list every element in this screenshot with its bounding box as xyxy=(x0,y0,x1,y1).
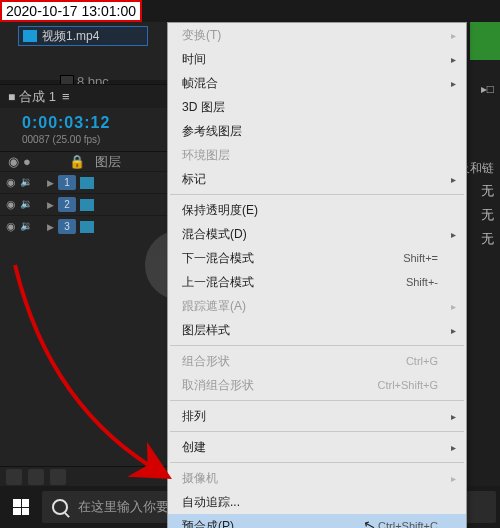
menu-item[interactable]: 帧混合 xyxy=(168,71,466,95)
menu-item: 环境图层 xyxy=(168,143,466,167)
video-file-icon xyxy=(23,30,37,42)
menu-item[interactable]: 参考线图层 xyxy=(168,119,466,143)
menu-separator xyxy=(170,400,464,401)
timeline-footer xyxy=(0,466,167,486)
parent-none[interactable]: 无 xyxy=(481,230,494,248)
start-button[interactable] xyxy=(0,486,42,528)
visibility-icon[interactable]: ◉ xyxy=(4,220,18,234)
menu-separator xyxy=(170,431,464,432)
search-icon xyxy=(52,499,68,515)
shortcut-label: Ctrl+Shift+G xyxy=(377,379,438,391)
menu-separator xyxy=(170,194,464,195)
menu-item[interactable]: 3D 图层 xyxy=(168,95,466,119)
layer-index: 2 xyxy=(58,197,76,212)
visibility-icon[interactable]: ◉ xyxy=(4,198,18,212)
panel-control[interactable]: ▸□ xyxy=(481,82,494,96)
timeline-panel: ■ 合成 1 ≡ 0:00:03:12 00087 (25.00 fps) ◉●… xyxy=(0,84,167,486)
menu-item[interactable]: 下一混合模式Shift+= xyxy=(168,246,466,270)
shortcut-label: Shift+- xyxy=(406,276,438,288)
menu-item[interactable]: 图层样式 xyxy=(168,318,466,342)
menu-item: 取消组合形状Ctrl+Shift+G xyxy=(168,373,466,397)
menu-separator xyxy=(170,345,464,346)
expand-icon[interactable]: ▶ xyxy=(47,222,54,232)
footer-icon[interactable] xyxy=(28,469,44,485)
shortcut-label: Ctrl+G xyxy=(406,355,438,367)
menu-item: 组合形状Ctrl+G xyxy=(168,349,466,373)
menu-item[interactable]: 排列 xyxy=(168,404,466,428)
cursor-icon: ↖ xyxy=(362,516,378,528)
menu-item[interactable]: 混合模式(D) xyxy=(168,222,466,246)
menu-item[interactable]: 上一混合模式Shift+- xyxy=(168,270,466,294)
menu-item[interactable]: 保持透明度(E) xyxy=(168,198,466,222)
menu-separator xyxy=(170,462,464,463)
layer-row[interactable]: ◉🔉▶2 xyxy=(0,193,167,215)
layer-type-icon xyxy=(80,199,94,211)
menu-item[interactable]: 标记 xyxy=(168,167,466,191)
layer-type-icon xyxy=(80,177,94,189)
timestamp-overlay: 2020-10-17 13:01:00 xyxy=(0,0,142,22)
timecode[interactable]: 0:00:03:12 xyxy=(0,108,167,134)
layer-header: ◉● 🔒 图层 xyxy=(0,151,167,171)
audio-icon[interactable]: 🔉 xyxy=(19,220,33,234)
footer-icon[interactable] xyxy=(50,469,66,485)
audio-icon[interactable]: 🔉 xyxy=(19,198,33,212)
menu-item: 摄像机 xyxy=(168,466,466,490)
footer-icon[interactable] xyxy=(6,469,22,485)
menu-item[interactable]: 自动追踪... xyxy=(168,490,466,514)
project-file-name: 视频1.mp4 xyxy=(42,28,99,45)
context-menu: 变换(T)时间帧混合3D 图层参考线图层环境图层标记保持透明度(E)混合模式(D… xyxy=(167,22,467,528)
menu-item[interactable]: 预合成(P)...Ctrl+Shift+C↖ xyxy=(168,514,466,528)
parent-none[interactable]: 无 xyxy=(481,182,494,200)
menu-item: 变换(T) xyxy=(168,23,466,47)
preview-region xyxy=(470,22,500,60)
layer-row[interactable]: ◉🔉▶1 xyxy=(0,171,167,193)
expand-icon[interactable]: ▶ xyxy=(47,178,54,188)
shortcut-label: Ctrl+Shift+C xyxy=(378,520,438,528)
parent-none[interactable]: 无 xyxy=(481,206,494,224)
menu-item: 跟踪遮罩(A) xyxy=(168,294,466,318)
menu-item[interactable]: 时间 xyxy=(168,47,466,71)
layer-index: 3 xyxy=(58,219,76,234)
audio-icon[interactable]: 🔉 xyxy=(19,176,33,190)
project-item[interactable]: 视频1.mp4 xyxy=(18,26,148,46)
menu-item[interactable]: 创建 xyxy=(168,435,466,459)
layer-row[interactable]: ◉🔉▶3 xyxy=(0,215,167,237)
composition-tab[interactable]: ■ 合成 1 ≡ xyxy=(0,84,167,108)
windows-icon xyxy=(13,499,29,515)
layer-type-icon xyxy=(80,221,94,233)
visibility-icon[interactable]: ◉ xyxy=(4,176,18,190)
frame-info: 00087 (25.00 fps) xyxy=(0,134,167,151)
shortcut-label: Shift+= xyxy=(403,252,438,264)
layer-index: 1 xyxy=(58,175,76,190)
expand-icon[interactable]: ▶ xyxy=(47,200,54,210)
